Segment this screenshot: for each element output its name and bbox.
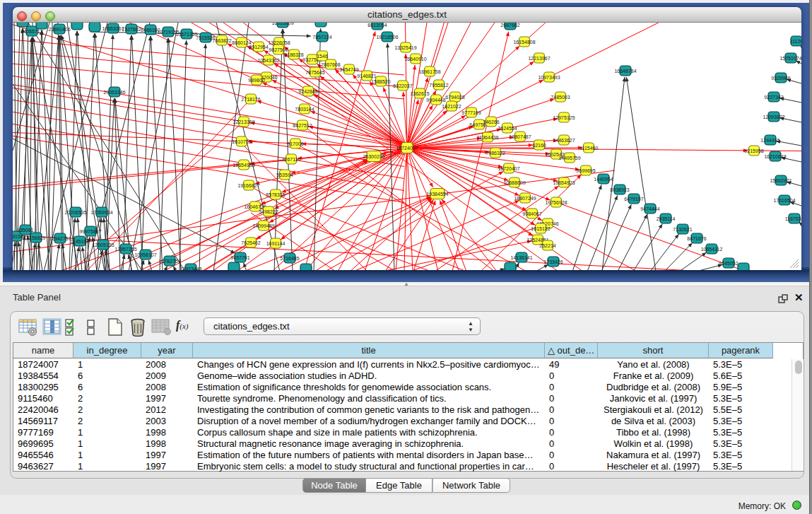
svg-text:19166827: 19166827: [237, 183, 259, 188]
svg-text:16210643: 16210643: [764, 154, 786, 159]
svg-text:7625402: 7625402: [241, 240, 260, 245]
svg-text:1362615: 1362615: [410, 91, 429, 96]
svg-text:9115460: 9115460: [579, 146, 599, 151]
svg-text:1588520: 1588520: [371, 79, 390, 84]
svg-text:9245052: 9245052: [719, 261, 738, 266]
svg-text:10973493: 10973493: [538, 75, 560, 80]
svg-text:7485003: 7485003: [551, 95, 570, 100]
svg-text:989800: 989800: [248, 78, 264, 83]
svg-text:252214: 252214: [539, 243, 555, 248]
svg-text:20206535: 20206535: [64, 210, 86, 215]
svg-text:16961758: 16961758: [418, 69, 440, 74]
svg-text:12505135: 12505135: [92, 243, 114, 247]
svg-text:9215958: 9215958: [744, 148, 763, 153]
svg-text:9474444: 9474444: [640, 206, 659, 211]
svg-text:19654983: 19654983: [233, 163, 254, 168]
svg-text:16046736: 16046736: [244, 204, 266, 209]
svg-text:7663822: 7663822: [212, 38, 231, 43]
svg-text:6479197: 6479197: [624, 197, 643, 201]
svg-text:9457791: 9457791: [230, 255, 249, 260]
svg-text:16154808: 16154808: [513, 40, 535, 45]
svg-text:1615132: 1615132: [531, 226, 550, 231]
svg-text:16648784: 16648784: [614, 69, 636, 74]
svg-text:8427512: 8427512: [293, 123, 312, 128]
svg-text:746266: 746266: [483, 119, 499, 124]
svg-text:2867608: 2867608: [321, 62, 340, 67]
svg-text:11126: 11126: [790, 39, 801, 44]
svg-text:8813054: 8813054: [367, 23, 387, 28]
svg-text:12923448: 12923448: [180, 267, 201, 271]
svg-text:9777169: 9777169: [461, 110, 481, 115]
svg-text:21364436: 21364436: [476, 135, 498, 140]
svg-text:14099489: 14099489: [252, 223, 274, 228]
svg-text:10688609: 10688609: [503, 180, 525, 185]
svg-text:1733426: 1733426: [543, 259, 563, 264]
svg-text:19756928: 19756928: [545, 200, 567, 205]
svg-text:18724007: 18724007: [396, 146, 418, 151]
svg-text:16033809: 16033809: [271, 23, 293, 25]
svg-text:10958107: 10958107: [134, 252, 156, 257]
svg-text:1156829: 1156829: [27, 235, 46, 240]
svg-text:1167534: 1167534: [785, 216, 801, 221]
svg-text:29053346: 29053346: [103, 90, 125, 95]
svg-text:9329966: 9329966: [771, 76, 790, 81]
svg-text:5716485: 5716485: [280, 256, 299, 261]
svg-text:7132621: 7132621: [673, 227, 692, 232]
svg-text:99975887: 99975887: [79, 229, 101, 234]
svg-text:7955812: 7955812: [429, 83, 448, 88]
svg-text:9904448: 9904448: [426, 98, 445, 103]
svg-text:1244415: 1244415: [760, 138, 779, 143]
svg-text:14136141: 14136141: [510, 255, 532, 260]
svg-text:1691144: 1691144: [266, 241, 286, 246]
svg-text:10653267: 10653267: [102, 26, 124, 31]
svg-text:9699695: 9699695: [576, 168, 595, 173]
svg-text:12093872: 12093872: [763, 115, 784, 119]
svg-text:3454749: 3454749: [339, 67, 358, 72]
svg-text:2687682: 2687682: [500, 23, 519, 28]
svg-text:9227342: 9227342: [764, 95, 783, 100]
svg-text:6794028: 6794028: [445, 95, 464, 100]
svg-text:7875645: 7875645: [305, 70, 324, 75]
svg-text:14463627: 14463627: [553, 138, 575, 143]
svg-text:17016504: 17016504: [773, 198, 795, 203]
svg-text:1527602: 1527602: [122, 27, 141, 32]
svg-text:1145194: 1145194: [71, 239, 90, 244]
svg-text:17957255: 17957255: [114, 247, 136, 252]
svg-text:9084067: 9084067: [522, 211, 541, 216]
svg-text:10543362: 10543362: [257, 58, 279, 63]
svg-text:15751074: 15751074: [779, 56, 801, 61]
svg-text:10654112: 10654112: [701, 247, 723, 252]
svg-text:18807249: 18807249: [514, 196, 536, 201]
svg-text:15720407: 15720407: [498, 166, 519, 171]
svg-text:3267110: 3267110: [282, 157, 301, 162]
svg-text:8578335: 8578335: [266, 192, 285, 197]
svg-text:917006: 917006: [287, 141, 303, 146]
svg-text:1610755: 1610755: [232, 139, 251, 144]
svg-text:3498222: 3498222: [259, 209, 278, 214]
svg-text:10807487: 10807487: [509, 134, 531, 139]
svg-text:23691406: 23691406: [48, 27, 70, 32]
svg-text:553594: 553594: [276, 173, 293, 177]
svg-text:15692971: 15692971: [770, 178, 792, 183]
svg-text:25300235: 25300235: [363, 154, 384, 159]
svg-text:12213967: 12213967: [528, 56, 550, 61]
svg-text:8186328: 8186328: [284, 52, 303, 57]
svg-text:12975125: 12975125: [553, 115, 575, 120]
svg-text:16782759: 16782759: [158, 259, 180, 264]
svg-text:3624554: 3624554: [498, 126, 517, 131]
svg-text:7803144: 7803144: [295, 107, 314, 112]
svg-text:9242848: 9242848: [298, 89, 317, 94]
svg-text:8938923: 8938923: [610, 187, 629, 192]
svg-text:13325419: 13325419: [394, 45, 416, 50]
svg-text:2718176: 2718176: [241, 97, 260, 102]
svg-text:8912954: 8912954: [249, 45, 268, 49]
svg-text:9146821: 9146821: [357, 74, 376, 78]
svg-text:935061: 935061: [17, 228, 33, 233]
svg-text:6322037: 6322037: [393, 83, 412, 88]
svg-text:7857224: 7857224: [312, 35, 331, 40]
svg-text:16640910: 16640910: [404, 57, 426, 62]
svg-text:1440954: 1440954: [594, 177, 613, 182]
svg-text:8471676: 8471676: [687, 236, 706, 241]
svg-text:19654923: 19654923: [553, 180, 575, 185]
svg-text:10671355: 10671355: [175, 32, 197, 37]
